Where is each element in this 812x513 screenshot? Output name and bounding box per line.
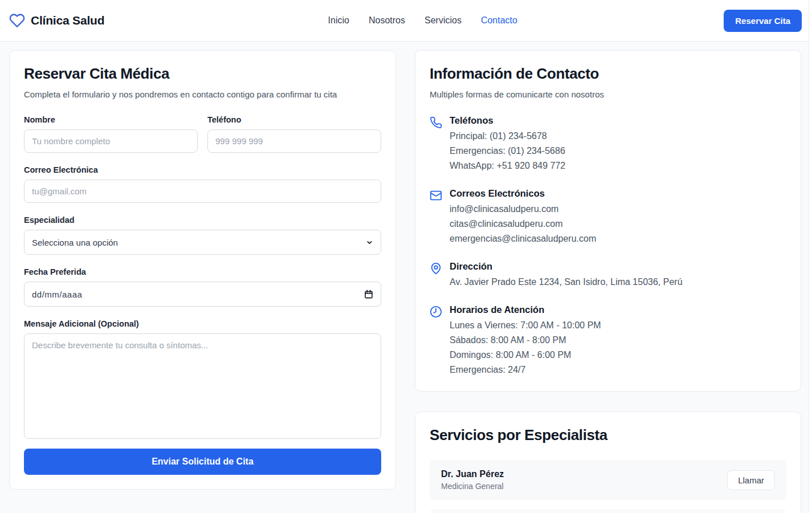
nav-link-nosotros[interactable]: Nosotros [369,15,405,26]
message-field-group: Mensaje Adicional (Opcional) [24,319,381,441]
booking-form-subtitle: Completa el formulario y nos pondremos e… [24,89,381,99]
email-line-citas: citas@clinicasaludperu.com [450,217,596,231]
contact-section-body: Teléfonos Principal: (01) 234-5678 Emerg… [450,115,565,173]
specialty-select-value: Selecciona una opción [32,238,118,247]
header: Clínica Salud Inicio Nosotros Servicios … [0,0,812,42]
contact-section-title: Dirección [450,261,683,272]
booking-form-title: Reservar Cita Médica [24,65,381,83]
heart-icon [9,13,25,28]
contact-section-hours: Horarios de Atención Lunes a Viernes: 7:… [430,304,786,377]
date-field-group: Fecha Preferida dd/mm/aaaa [24,267,381,307]
specialty-label: Especialidad [24,215,381,225]
submit-appointment-button[interactable]: Enviar Solicitud de Cita [24,449,381,475]
message-label: Mensaje Adicional (Opcional) [24,319,381,328]
phone-line-emergencias: Emergencias: (01) 234-5686 [450,144,565,158]
contact-section-title: Teléfonos [450,115,565,126]
scrollbar[interactable] [809,0,812,513]
email-line-emergencias: emergencias@clinicasaludperu.com [450,231,596,246]
email-line-info: info@clinicasaludperu.com [450,202,596,217]
chevron-down-icon [366,239,373,246]
contact-section-emails: Correos Electrónicos info@clinicasaludpe… [430,188,786,246]
contact-section-title: Correos Electrónicos [450,188,596,199]
address-line: Av. Javier Prado Este 1234, San Isidro, … [450,275,683,290]
message-textarea[interactable] [24,333,381,439]
map-pin-icon [430,261,442,290]
contact-section-address: Dirección Av. Javier Prado Este 1234, Sa… [430,261,786,290]
main-content: Reservar Cita Médica Completa el formula… [0,42,812,513]
specialist-info: Dr. Juan Pérez Medicina General [441,469,504,491]
phone-field-group: Teléfono [207,115,381,153]
mail-icon [430,188,442,246]
call-button[interactable]: Llamar [727,470,775,490]
specialists-card: Servicios por Especialista Dr. Juan Pére… [415,412,801,513]
date-input-value: dd/mm/aaaa [32,290,82,299]
phone-line-whatsapp: WhatsApp: +51 920 849 772 [450,158,565,173]
main-nav: Inicio Nosotros Servicios Contacto [311,15,517,26]
email-label: Correo Electrónica [24,165,381,174]
name-label: Nombre [24,115,198,124]
specialists-title: Servicios por Especialista [430,426,786,444]
contact-section-title: Horarios de Atención [450,304,601,315]
contact-section-body: Horarios de Atención Lunes a Viernes: 7:… [450,304,601,377]
contact-section-phones: Teléfonos Principal: (01) 234-5678 Emerg… [430,115,786,173]
brand[interactable]: Clínica Salud [9,13,104,28]
date-label: Fecha Preferida [24,267,381,276]
phone-input[interactable] [207,129,381,153]
contact-section-body: Dirección Av. Javier Prado Este 1234, Sa… [450,261,683,290]
phone-icon [430,115,442,173]
email-input[interactable] [24,180,381,203]
contact-info-subtitle: Multiples formas de comunicarte con noso… [430,89,786,99]
nav-link-contacto[interactable]: Contacto [481,15,517,26]
specialty-field-group: Especialidad Selecciona una opción [24,215,381,255]
calendar-icon[interactable] [364,290,373,299]
hours-line-emergencies: Emergencias: 24/7 [450,363,601,377]
clock-icon [430,304,442,377]
specialty-select[interactable]: Selecciona una opción [24,230,381,255]
phone-line-principal: Principal: (01) 234-5678 [450,129,565,144]
date-input[interactable]: dd/mm/aaaa [24,282,381,307]
nav-link-inicio[interactable]: Inicio [328,15,349,26]
phone-label: Teléfono [207,115,381,124]
nav-link-servicios[interactable]: Servicios [425,15,462,26]
hours-line-saturdays: Sábados: 8:00 AM - 8:00 PM [450,333,601,348]
name-field-group: Nombre [24,115,198,153]
contact-sections: Teléfonos Principal: (01) 234-5678 Emerg… [430,115,786,377]
hours-line-weekdays: Lunes a Viernes: 7:00 AM - 10:00 PM [450,318,601,333]
specialist-specialty: Medicina General [441,482,504,491]
specialist-name: Dr. Juan Pérez [441,469,504,479]
booking-form: Nombre Teléfono Correo Electrónica Espec… [24,115,381,475]
right-column: Información de Contacto Multiples formas… [415,50,801,513]
specialist-row: Dr. Juan Pérez Medicina General Llamar [430,460,786,500]
booking-form-card: Reservar Cita Médica Completa el formula… [9,50,396,490]
specialist-row-partial [430,509,786,513]
contact-info-title: Información de Contacto [430,65,786,83]
hours-line-sundays: Domingos: 8:00 AM - 6:00 PM [450,348,601,363]
email-field-group: Correo Electrónica [24,165,381,203]
contact-section-body: Correos Electrónicos info@clinicasaludpe… [450,188,596,246]
contact-info-card: Información de Contacto Multiples formas… [415,50,801,392]
name-input[interactable] [24,129,198,153]
reservar-cita-button[interactable]: Reservar Cita [724,10,802,32]
brand-name: Clínica Salud [31,14,104,27]
